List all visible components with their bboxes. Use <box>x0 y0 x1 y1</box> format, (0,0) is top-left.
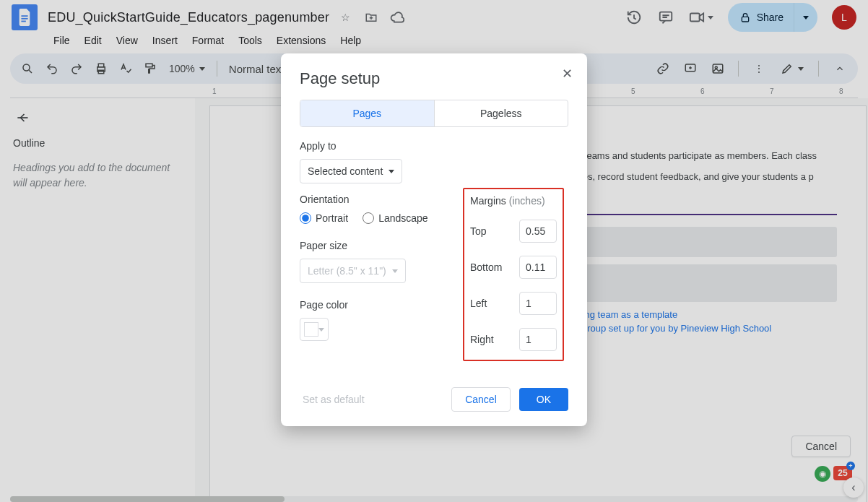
margin-top-input[interactable] <box>519 220 557 243</box>
orientation-portrait-radio[interactable]: Portrait <box>300 212 348 224</box>
caret-down-icon <box>389 170 394 173</box>
margin-left-label: Left <box>470 298 487 309</box>
apply-to-label: Apply to <box>300 140 568 152</box>
dialog-title: Page setup <box>300 69 568 88</box>
paper-size-label: Paper size <box>300 240 433 251</box>
tab-pages[interactable]: Pages <box>300 100 434 126</box>
page-color-select[interactable] <box>300 318 329 341</box>
set-as-default-button[interactable]: Set as default <box>300 388 368 411</box>
margin-left-input[interactable] <box>519 292 557 315</box>
margins-label: Margins <box>470 195 506 207</box>
margin-right-input[interactable] <box>519 328 557 351</box>
margin-top-label: Top <box>470 225 487 237</box>
margins-unit: (inches) <box>509 195 545 207</box>
margins-section: Margins(inches) Top Bottom Left Right <box>463 188 564 361</box>
tab-pageless[interactable]: Pageless <box>434 100 568 126</box>
orientation-landscape-radio[interactable]: Landscape <box>363 212 428 224</box>
margin-bottom-label: Bottom <box>470 261 502 273</box>
margin-right-label: Right <box>470 334 494 345</box>
paper-size-select: Letter (8.5" x 11") <box>300 259 406 283</box>
apply-to-select[interactable]: Selected content <box>300 159 402 183</box>
caret-down-icon <box>392 269 398 273</box>
page-color-label: Page color <box>300 299 433 311</box>
cancel-button[interactable]: Cancel <box>451 387 511 412</box>
orientation-label: Orientation <box>300 194 433 205</box>
close-icon[interactable]: ✕ <box>558 65 576 82</box>
ok-button[interactable]: OK <box>519 388 568 411</box>
page-setup-dialog: Page setup ✕ Pages Pageless Apply to Sel… <box>281 53 587 426</box>
margin-bottom-input[interactable] <box>519 256 557 279</box>
dialog-tabs: Pages Pageless <box>300 100 568 127</box>
